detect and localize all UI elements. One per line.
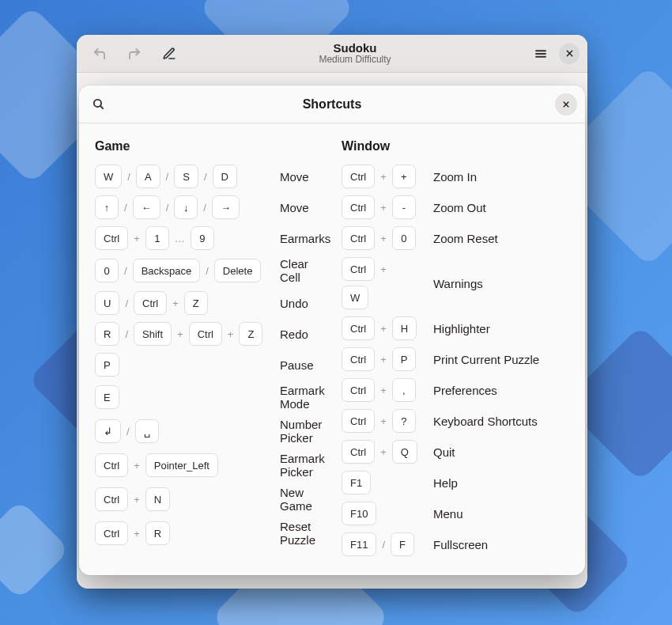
key: F11 bbox=[342, 532, 376, 556]
key: P bbox=[95, 353, 119, 377]
key: Pointer_Left bbox=[145, 453, 218, 477]
key: Ctrl bbox=[342, 440, 375, 464]
separator: / bbox=[203, 171, 208, 183]
section-title-window: Window bbox=[342, 139, 569, 153]
window-subtitle: Medium Difficulty bbox=[181, 55, 529, 66]
key: Ctrl bbox=[95, 487, 128, 511]
svg-line-6 bbox=[100, 106, 102, 108]
key: U bbox=[95, 291, 119, 315]
key: 1 bbox=[145, 226, 169, 250]
window-close-button[interactable] bbox=[559, 44, 580, 64]
keys: R/Shift+Ctrl+Z bbox=[95, 322, 266, 346]
keys: Ctrl+H bbox=[342, 316, 419, 340]
keys: Ctrl+W bbox=[342, 257, 419, 309]
shortcut-description: Reset Puzzle bbox=[274, 520, 323, 547]
key: Ctrl bbox=[342, 316, 375, 340]
key: Ctrl bbox=[134, 291, 167, 315]
separator: / bbox=[165, 202, 170, 214]
undo-button[interactable] bbox=[88, 42, 111, 66]
shortcut-description: Undo bbox=[274, 297, 308, 310]
key: Z bbox=[184, 291, 208, 315]
keys: Ctrl+P bbox=[342, 347, 419, 371]
separator: / bbox=[126, 171, 131, 183]
separator: + bbox=[379, 233, 387, 244]
key: + bbox=[392, 165, 416, 188]
shortcut-row: Ctrl+0Zoom Reset bbox=[342, 226, 569, 250]
shortcut-description: Preferences bbox=[427, 384, 497, 397]
keys: F11/F bbox=[342, 532, 419, 556]
shortcut-row: Ctrl+QQuit bbox=[342, 440, 569, 464]
separator: + bbox=[133, 233, 141, 244]
key: 0 bbox=[95, 259, 119, 282]
separator: + bbox=[379, 263, 387, 275]
shortcut-description: Zoom Reset bbox=[427, 232, 498, 245]
key: Ctrl bbox=[342, 257, 375, 281]
dialog-header: Shortcuts bbox=[79, 85, 585, 123]
keys: U/Ctrl+Z bbox=[95, 291, 266, 315]
keys: Ctrl++ bbox=[342, 165, 419, 188]
separator: / bbox=[123, 202, 128, 214]
keys: Ctrl+Q bbox=[342, 440, 419, 464]
separator: / bbox=[124, 297, 129, 309]
pencil-button[interactable] bbox=[157, 42, 181, 66]
key: Ctrl bbox=[95, 521, 128, 545]
key: ? bbox=[392, 409, 416, 433]
shortcut-row: Ctrl+-Zoom Out bbox=[342, 195, 569, 219]
hamburger-menu-button[interactable] bbox=[529, 42, 553, 66]
shortcut-row: Ctrl+HHighlighter bbox=[342, 316, 569, 340]
shortcut-description: Quit bbox=[427, 445, 455, 459]
key: F1 bbox=[342, 471, 371, 494]
window-title: Sudoku bbox=[181, 41, 529, 55]
shortcut-description: Earmarks bbox=[274, 232, 330, 245]
search-icon[interactable] bbox=[87, 93, 109, 116]
separator: / bbox=[126, 426, 130, 438]
shortcut-description: Pause bbox=[274, 358, 314, 372]
keys: Ctrl+, bbox=[342, 378, 419, 402]
dialog-close-button[interactable] bbox=[555, 93, 577, 116]
shortcut-description: Highlighter bbox=[427, 322, 490, 335]
keys: ↲/␣ bbox=[95, 419, 266, 443]
shortcut-row: U/Ctrl+ZUndo bbox=[95, 291, 323, 315]
redo-button[interactable] bbox=[123, 42, 146, 66]
key: Ctrl bbox=[342, 226, 375, 250]
shortcut-row: F10Menu bbox=[342, 502, 569, 525]
shortcut-row: W/A/S/DMove bbox=[95, 165, 323, 188]
shortcut-description: Clear Cell bbox=[274, 257, 323, 284]
shortcut-row: EEarmark Mode bbox=[95, 384, 323, 411]
key: W bbox=[95, 165, 122, 188]
separator: + bbox=[379, 384, 387, 396]
shortcut-row: PPause bbox=[95, 353, 323, 377]
key: Ctrl bbox=[342, 409, 375, 433]
shortcut-description: Help bbox=[427, 476, 458, 490]
key: D bbox=[213, 165, 237, 188]
separator: + bbox=[379, 415, 387, 427]
key: F10 bbox=[342, 502, 376, 525]
separator: + bbox=[379, 446, 387, 458]
separator: + bbox=[172, 297, 179, 309]
shortcut-row: Ctrl+?Keyboard Shortcuts bbox=[342, 409, 569, 433]
shortcut-row: Ctrl+Pointer_LeftEarmark Picker bbox=[95, 452, 323, 479]
separator: + bbox=[379, 171, 387, 183]
key: A bbox=[136, 165, 160, 188]
shortcut-row: Ctrl+WWarnings bbox=[342, 257, 569, 309]
key: H bbox=[392, 316, 417, 340]
shortcut-row: R/Shift+Ctrl+ZRedo bbox=[95, 322, 323, 346]
key: W bbox=[342, 286, 368, 309]
key: Delete bbox=[214, 259, 262, 282]
key: → bbox=[212, 195, 240, 219]
separator: + bbox=[133, 528, 141, 540]
separator: … bbox=[174, 233, 186, 244]
key: - bbox=[392, 195, 416, 219]
key: Ctrl bbox=[342, 165, 375, 188]
key: Ctrl bbox=[95, 226, 128, 250]
keys: F1 bbox=[342, 471, 419, 494]
shortcut-row: Ctrl+RReset Puzzle bbox=[95, 520, 323, 547]
key: 0 bbox=[392, 226, 416, 250]
shortcut-description: Number Picker bbox=[274, 418, 323, 445]
shortcut-description: Fullscreen bbox=[427, 538, 488, 551]
shortcut-description: Zoom Out bbox=[427, 201, 486, 214]
titlebar: Sudoku Medium Difficulty bbox=[77, 35, 587, 73]
separator: / bbox=[124, 328, 129, 340]
shortcut-row: Ctrl+,Preferences bbox=[342, 378, 569, 402]
shortcut-row: ↲/␣Number Picker bbox=[95, 418, 323, 445]
